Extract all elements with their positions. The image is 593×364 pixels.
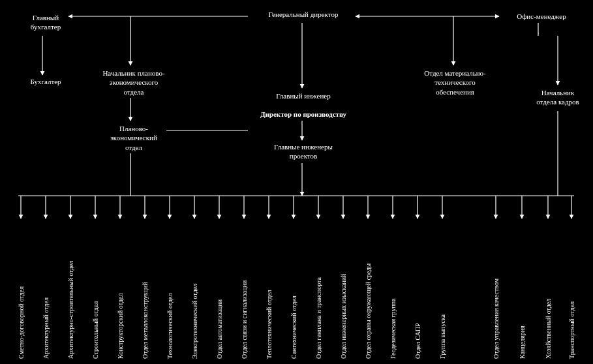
dept-label-8: Отдел автоматизации bbox=[215, 222, 224, 359]
dept-label-5: Отдел металлоконструкций bbox=[141, 222, 149, 359]
dept-label-16: Отдел САПР bbox=[414, 222, 422, 359]
node-chief-accountant: Главный бухгалтер bbox=[20, 13, 72, 32]
dept-label-14: Отдел охраны окружающей среды bbox=[364, 222, 373, 359]
node-head-plan-econ: Начальник планово- экономического отдела bbox=[91, 68, 176, 97]
dept-label-4: Конструкторский отдел bbox=[116, 222, 125, 359]
dept-label-2: Архитектурно-строительный отдел bbox=[67, 222, 75, 359]
dept-label-3: Строительный отдел bbox=[91, 222, 100, 359]
dept-label-6: Технологический отдел bbox=[166, 222, 174, 359]
dept-label-12: Отдел генплана и транспорта bbox=[314, 222, 323, 359]
node-general-director: Генеральный директор bbox=[248, 10, 359, 19]
dept-label-13: Отдел инженерных изысканий bbox=[339, 222, 348, 359]
dept-label-1: Архитектурный отдел bbox=[42, 222, 50, 359]
dept-label-7: Электротехнический отдел bbox=[190, 222, 199, 359]
node-chief-engineer: Главный инженер bbox=[258, 91, 349, 100]
dept-label-10: Теплотехнический отдел bbox=[265, 222, 273, 359]
node-production-director: Директор по производству bbox=[241, 110, 365, 119]
dept-label-0: Сметно-договорной отдел bbox=[17, 222, 25, 359]
dept-label-17: Группа выпуска bbox=[438, 222, 447, 359]
node-hr-head: Начальник отдела кадров bbox=[525, 88, 590, 107]
dept-label-19: Канцелярия bbox=[518, 222, 526, 359]
node-chief-project-engineers: Главные инженеры проектов bbox=[261, 142, 346, 161]
node-office-manager: Офис-менеджер bbox=[502, 12, 581, 21]
dept-label-15: Геодезическая группа bbox=[389, 222, 397, 359]
dept-label-21: Транспортный отдел bbox=[568, 222, 576, 359]
dept-label-18: Отдел управления качеством bbox=[492, 222, 500, 359]
node-plan-econ-dept: Планово- экономический отдел bbox=[98, 124, 170, 152]
dept-label-11: Сантехнический отдел bbox=[290, 222, 298, 359]
dept-label-20: Хозяйственный отдел bbox=[544, 222, 553, 359]
dept-label-9: Отдел связи и сигнализации bbox=[240, 222, 249, 359]
node-supply-dept: Отдел материально- технического обеспече… bbox=[411, 68, 499, 97]
node-accountant: Бухгалтер bbox=[20, 77, 72, 86]
